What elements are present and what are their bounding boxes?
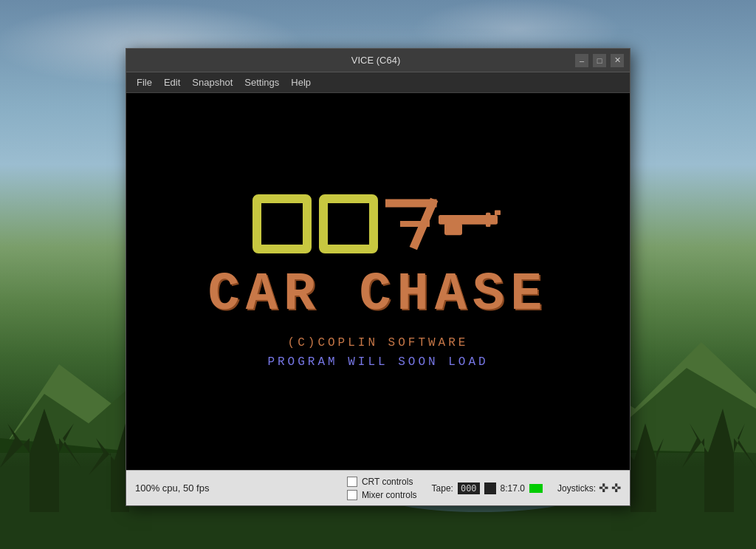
logo-zero-2 xyxy=(319,194,378,253)
trees-right xyxy=(608,364,756,512)
status-bar: 100% cpu, 50 fps CRT controls Mixer cont… xyxy=(126,470,630,505)
crt-checkbox[interactable] xyxy=(347,477,357,487)
svg-marker-3 xyxy=(0,409,81,512)
crt-checkbox-row: CRT controls xyxy=(347,477,417,487)
menu-edit[interactable]: Edit xyxy=(158,74,186,91)
minimize-button[interactable]: – xyxy=(575,54,588,67)
game-subtitle2: PROGRAM WILL SOON LOAD xyxy=(267,355,488,369)
mixer-checkbox[interactable] xyxy=(347,490,357,500)
status-right-panel: CRT controls Mixer controls Tape: 000 8:… xyxy=(347,477,621,500)
title-bar: VICE (C64) – □ ✕ xyxy=(126,49,630,72)
svg-rect-11 xyxy=(495,211,501,215)
joystick-icon-2: ✜ xyxy=(611,481,621,495)
game-title: CAR CHASE xyxy=(208,268,549,321)
menu-file[interactable]: File xyxy=(131,74,158,91)
mixer-checkbox-row: Mixer controls xyxy=(347,490,417,500)
tape-motor-indicator xyxy=(484,482,496,494)
tape-label: Tape: xyxy=(432,483,453,494)
tape-counter: 000 xyxy=(458,482,480,494)
tape-led-green xyxy=(529,484,543,493)
game-subtitle1: (C)COPLIN SOFTWARE xyxy=(288,336,469,349)
logo-zero-1 xyxy=(252,194,312,253)
menu-settings[interactable]: Settings xyxy=(238,74,285,91)
logo-007 xyxy=(252,194,504,253)
tape-section: Tape: 000 8:17.0 xyxy=(432,482,543,494)
close-button[interactable]: ✕ xyxy=(611,54,624,67)
joysticks-section: Joysticks: ✜ ✜ xyxy=(557,481,621,495)
control-checkboxes: CRT controls Mixer controls xyxy=(347,477,417,500)
mixer-label[interactable]: Mixer controls xyxy=(362,490,417,500)
cpu-fps-display: 100% cpu, 50 fps xyxy=(135,482,332,494)
menu-bar: File Edit Snapshot Settings Help xyxy=(126,72,630,93)
logo-seven-gun xyxy=(385,194,504,253)
crt-label[interactable]: CRT controls xyxy=(362,477,413,487)
svg-rect-13 xyxy=(486,213,490,227)
joystick-icon-1: ✜ xyxy=(599,481,608,495)
window-title: VICE (C64) xyxy=(176,55,575,66)
joysticks-label: Joysticks: xyxy=(557,483,596,494)
svg-marker-6 xyxy=(682,409,756,512)
emulator-screen: CAR CHASE (C)COPLIN SOFTWARE PROGRAM WIL… xyxy=(126,93,630,470)
svg-rect-12 xyxy=(444,223,462,235)
game-display: CAR CHASE (C)COPLIN SOFTWARE PROGRAM WIL… xyxy=(126,93,630,470)
maximize-button[interactable]: □ xyxy=(593,54,606,67)
menu-help[interactable]: Help xyxy=(285,74,317,91)
tape-time: 8:17.0 xyxy=(501,483,525,494)
menu-snapshot[interactable]: Snapshot xyxy=(186,74,238,91)
window-controls: – □ ✕ xyxy=(575,54,624,67)
vice-window: VICE (C64) – □ ✕ File Edit Snapshot Sett… xyxy=(126,48,630,506)
